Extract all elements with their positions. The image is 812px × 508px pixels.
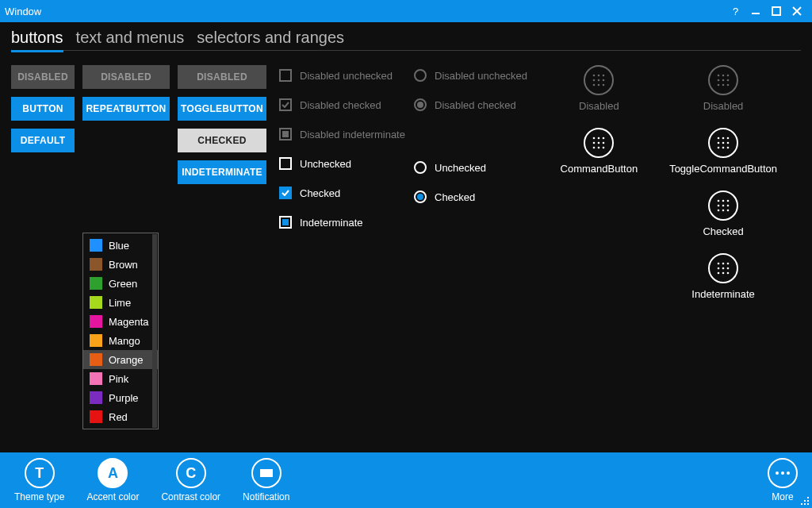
svg-point-36: [722, 142, 725, 144]
command-label: Disabled: [703, 100, 744, 112]
svg-point-18: [598, 142, 600, 144]
command-icon: [708, 253, 738, 283]
checkbox-icon: [279, 69, 292, 82]
color-option-blue[interactable]: Blue: [83, 236, 158, 255]
tab-selectors-and-ranges[interactable]: selectors and ranges: [197, 29, 344, 47]
command-label: Indeterminate: [691, 288, 755, 300]
commandbutton-disabled: Disabled: [579, 65, 619, 112]
command-label: CommandButton: [561, 163, 638, 175]
svg-point-54: [722, 267, 725, 270]
maximize-button[interactable]: [766, 0, 787, 22]
svg-point-49: [727, 210, 730, 212]
color-swatch-icon: [90, 277, 102, 290]
checkbox-unchecked[interactable]: Unchecked: [279, 157, 406, 170]
radio-icon: [414, 161, 427, 174]
command-label: Checked: [703, 225, 743, 237]
color-swatch-icon: [90, 239, 102, 252]
letter-icon: A: [98, 458, 128, 488]
svg-point-22: [603, 147, 605, 149]
appbar-notification[interactable]: Notification: [243, 458, 289, 502]
command-icon: [708, 65, 738, 95]
button-button[interactable]: BUTTON: [11, 97, 75, 121]
radio-label: Checked: [435, 191, 475, 203]
svg-point-56: [718, 272, 720, 275]
command-icon: [708, 190, 738, 221]
svg-point-53: [718, 267, 720, 270]
checkbox-checked[interactable]: Checked: [279, 187, 406, 199]
appbar-label: Notification: [243, 491, 289, 502]
radio-icon: [414, 69, 427, 82]
radio-disabled-unchecked: Disabled unchecked: [414, 69, 541, 82]
content-area: buttons text and menus selectors and ran…: [0, 22, 812, 452]
color-option-brown[interactable]: Brown: [83, 255, 158, 274]
svg-point-37: [727, 142, 730, 144]
checkbox-icon: [279, 128, 292, 140]
tab-buttons[interactable]: buttons: [11, 29, 63, 52]
svg-point-17: [593, 142, 596, 144]
svg-point-44: [718, 205, 720, 207]
radio-unchecked[interactable]: Unchecked: [414, 161, 541, 174]
minimize-button[interactable]: [745, 0, 766, 22]
togglebutton-checked[interactable]: CHECKED: [178, 129, 266, 152]
svg-rect-2: [772, 7, 780, 15]
color-option-magenta[interactable]: Magenta: [83, 312, 158, 331]
color-option-purple[interactable]: Purple: [83, 388, 158, 407]
appbar-label: More: [772, 491, 793, 502]
button-default[interactable]: DEFAULT: [11, 129, 75, 152]
color-swatch-icon: [90, 410, 102, 423]
color-option-green[interactable]: Green: [83, 274, 158, 293]
checkbox-label: Checked: [300, 187, 340, 199]
close-button[interactable]: [787, 0, 807, 22]
svg-point-40: [727, 147, 730, 149]
svg-point-50: [718, 263, 720, 265]
appbar: T Theme type A Accent color C Contrast c…: [0, 452, 812, 508]
help-button[interactable]: ?: [725, 0, 745, 22]
appbar-theme-type[interactable]: T Theme type: [14, 458, 64, 502]
color-option-lime[interactable]: Lime: [83, 293, 158, 312]
svg-point-15: [598, 137, 600, 140]
appbar-contrast-color[interactable]: C Contrast color: [161, 458, 220, 502]
svg-point-45: [722, 205, 725, 207]
command-icon: [708, 128, 738, 158]
svg-point-47: [718, 210, 720, 212]
color-swatch-icon: [90, 296, 102, 309]
radio-checked[interactable]: Checked: [414, 190, 541, 203]
color-option-orange[interactable]: Orange: [83, 350, 158, 369]
appbar-accent-color[interactable]: A Accent color: [86, 458, 139, 502]
button-disabled: DISABLED: [11, 65, 75, 89]
checkbox-disabled-checked: Disabled checked: [279, 98, 406, 111]
svg-point-48: [722, 210, 725, 212]
togglecommandbutton-checked[interactable]: Checked: [703, 190, 743, 237]
accent-color-picker[interactable]: BlueBrownGreenLimeMagentaMangoOrangePink…: [82, 233, 159, 429]
svg-point-16: [603, 137, 605, 140]
togglebutton[interactable]: TOGGLEBUTTON: [178, 97, 266, 121]
more-icon: [768, 458, 798, 488]
svg-point-58: [727, 272, 730, 275]
svg-text:?: ?: [733, 6, 738, 16]
svg-point-41: [718, 200, 720, 202]
color-option-mango[interactable]: Mango: [83, 331, 158, 350]
togglecommandbutton-indeterminate[interactable]: Indeterminate: [691, 253, 755, 300]
togglecommandbutton[interactable]: ToggleCommandButton: [669, 128, 777, 175]
color-option-label: Brown: [109, 259, 138, 271]
repeatbutton[interactable]: REPEATBUTTON: [82, 97, 170, 121]
tab-text-and-menus[interactable]: text and menus: [76, 29, 185, 47]
svg-point-14: [593, 137, 596, 140]
button-column-2: DISABLED REPEATBUTTON: [82, 65, 170, 121]
letter-icon: T: [25, 458, 55, 488]
color-swatch-icon: [90, 353, 102, 366]
color-option-pink[interactable]: Pink: [83, 369, 158, 388]
svg-point-19: [603, 142, 605, 144]
letter-icon: C: [176, 458, 206, 488]
color-option-label: Lime: [109, 297, 131, 309]
titlebar: Window ?: [0, 0, 812, 22]
resize-grip-icon[interactable]: [801, 497, 810, 506]
checkbox-indeterminate[interactable]: Indeterminate: [279, 216, 406, 229]
svg-rect-66: [801, 503, 802, 505]
togglebutton-indeterminate[interactable]: INDETERMINATE: [178, 160, 266, 184]
commandbutton[interactable]: CommandButton: [561, 128, 638, 175]
color-option-red[interactable]: Red: [83, 407, 158, 426]
appbar-label: Theme type: [14, 491, 64, 502]
radio-disabled-checked: Disabled checked: [414, 98, 541, 111]
appbar-more[interactable]: More: [768, 458, 798, 502]
